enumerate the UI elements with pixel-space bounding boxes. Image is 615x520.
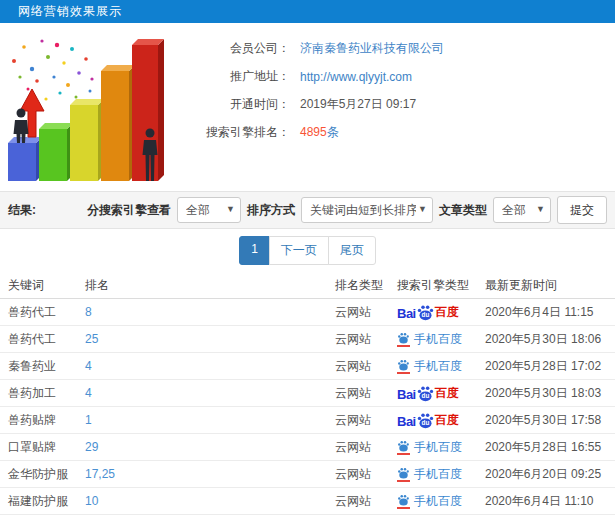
promo-url-link[interactable]: http://www.qlyyjt.com <box>300 70 412 84</box>
baidu-mobile-paw-icon <box>397 494 410 509</box>
rank-link[interactable]: 8 <box>85 305 92 319</box>
table-row: 兽药代工 8 云网站 Bai du 百度 2020年6月4日 11:15 <box>0 299 615 326</box>
table-row: 金华防护服 17,25 云网站 手机百度 2020年6月20日 09:25 <box>0 461 615 488</box>
updated-time-cell: 2020年5月30日 17:58 <box>485 413 601 427</box>
table-row: 兽药贴牌 1 云网站 Bai du 百度 2020年5月30日 17:58 <box>0 407 615 434</box>
sort-filter-select-box: 关键词由短到长排序 ▼ <box>301 197 433 223</box>
engine-type-cell: 手机百度 <box>397 493 485 510</box>
keyword-cell: 秦鲁药业 <box>8 359 56 373</box>
table-row: 口罩贴牌 29 云网站 手机百度 2020年5月28日 16:55 <box>0 434 615 461</box>
col-header-rank-type: 排名类型 <box>335 277 397 294</box>
sort-filter-label: 排序方式 <box>247 202 295 219</box>
rank-link[interactable]: 25 <box>85 332 98 346</box>
baidu-mobile-paw-icon <box>397 359 410 374</box>
engine-rank-label: 搜索引擎排名： <box>172 124 290 141</box>
pagination-row: 1 下一页 尾页 <box>0 229 615 272</box>
member-company-link[interactable]: 济南秦鲁药业科技有限公司 <box>300 40 444 57</box>
results-label: 结果: <box>8 202 36 219</box>
promo-url-row: 推广地址： http://www.qlyyjt.com <box>172 63 602 90</box>
rank-type-cell: 云网站 <box>335 440 371 454</box>
baidu-mobile-paw-icon <box>397 332 410 347</box>
rank-link[interactable]: 29 <box>85 440 98 454</box>
engine-type-cell: Bai du 百度 <box>397 385 485 402</box>
engine-type-cell: 手机百度 <box>397 358 485 375</box>
engine-rank-unit: 条 <box>327 125 339 139</box>
pagination-page-1[interactable]: 1 <box>239 236 270 265</box>
svg-text:du: du <box>421 392 429 399</box>
engine-type-cell: Bai du 百度 <box>397 412 485 429</box>
keyword-cell: 兽药贴牌 <box>8 413 56 427</box>
pagination-next-button[interactable]: 下一页 <box>269 236 329 265</box>
keyword-cell: 兽药代工 <box>8 305 56 319</box>
sort-filter-select[interactable]: 关键词由短到长排序 <box>302 198 432 222</box>
baidu-logo-bai-text: Bai <box>397 306 416 321</box>
updated-time-cell: 2020年5月28日 17:02 <box>485 359 601 373</box>
baidu-logo-bai-text: Bai <box>397 387 416 402</box>
baidu-mobile-badge: 手机百度 <box>397 331 462 348</box>
titlebar: 网络营销效果展示 <box>0 0 615 23</box>
engine-rank-link[interactable]: 4895条 <box>300 124 339 141</box>
member-company-row: 会员公司： 济南秦鲁药业科技有限公司 <box>172 35 602 62</box>
member-company-label: 会员公司： <box>172 40 290 57</box>
baidu-mobile-paw-icon <box>397 467 410 482</box>
pagination: 1 下一页 尾页 <box>239 236 376 265</box>
table-header-row: 关键词 排名 排名类型 搜索引擎类型 最新更新时间 <box>0 272 615 299</box>
hero-section: 会员公司： 济南秦鲁药业科技有限公司 推广地址： http://www.qlyy… <box>0 23 615 191</box>
baidu-mobile-badge: 手机百度 <box>397 493 462 510</box>
submit-button[interactable]: 提交 <box>557 196 607 224</box>
svg-text:du: du <box>421 311 429 318</box>
keyword-cell: 金华防护服 <box>8 467 68 481</box>
filter-controls: 分搜索引擎查看 全部 ▼ 排序方式 关键词由短到长排序 ▼ 文章类型 全部 ▼ … <box>87 196 607 224</box>
keyword-cell: 兽药加工 <box>8 386 56 400</box>
updated-time-cell: 2020年6月4日 11:15 <box>485 305 594 319</box>
article-type-select[interactable]: 全部 <box>494 198 550 222</box>
table-row: 福建防护服 10 云网站 手机百度 2020年6月4日 11:10 <box>0 488 615 515</box>
updated-time-cell: 2020年6月20日 09:25 <box>485 467 601 481</box>
rank-link[interactable]: 17,25 <box>85 467 115 481</box>
baidu-logo-cn-text: 百度 <box>435 304 459 321</box>
engine-rank-count: 4895 <box>300 125 327 139</box>
updated-time-cell: 2020年5月30日 18:06 <box>485 332 601 346</box>
table-row: 手机百度 <box>0 515 615 520</box>
promo-url-label: 推广地址： <box>172 68 290 85</box>
baidu-logo-cn-text: 百度 <box>435 385 459 402</box>
baidu-mobile-label: 手机百度 <box>414 358 462 375</box>
rank-link[interactable]: 4 <box>85 386 92 400</box>
baidu-mobile-label: 手机百度 <box>414 493 462 510</box>
rank-type-cell: 云网站 <box>335 359 371 373</box>
updated-time-cell: 2020年6月4日 11:10 <box>485 494 594 508</box>
col-header-keyword: 关键词 <box>0 277 85 294</box>
opened-time-value: 2019年5月27日 09:17 <box>300 96 416 113</box>
article-type-filter-label: 文章类型 <box>439 202 487 219</box>
rank-type-cell: 云网站 <box>335 332 371 346</box>
rank-type-cell: 云网站 <box>335 494 371 508</box>
col-header-rank: 排名 <box>85 277 335 294</box>
engine-type-cell: Bai du 百度 <box>397 304 485 321</box>
table-row: 兽药加工 4 云网站 Bai du 百度 2020年5月30日 18:03 <box>0 380 615 407</box>
rank-link[interactable]: 10 <box>85 494 98 508</box>
keyword-cell: 兽药代工 <box>8 332 56 346</box>
rank-link[interactable]: 1 <box>85 413 92 427</box>
baidu-mobile-paw-icon <box>397 440 410 455</box>
marketing-chart-illustration <box>2 29 174 189</box>
keyword-cell: 福建防护服 <box>8 494 68 508</box>
table-row: 兽药代工 25 云网站 手机百度 2020年5月30日 18:06 <box>0 326 615 353</box>
confetti-dots <box>12 39 94 100</box>
rank-link[interactable]: 4 <box>85 359 92 373</box>
baidu-mobile-label: 手机百度 <box>414 466 462 483</box>
updated-time-cell: 2020年5月28日 16:55 <box>485 440 601 454</box>
engine-type-cell: 手机百度 <box>397 466 485 483</box>
engine-type-cell: 手机百度 <box>397 331 485 348</box>
table-row: 秦鲁药业 4 云网站 手机百度 2020年5月28日 17:02 <box>0 353 615 380</box>
pagination-last-button[interactable]: 尾页 <box>328 236 376 265</box>
opened-time-row: 开通时间： 2019年5月27日 09:17 <box>172 91 602 118</box>
engine-filter-select[interactable]: 全部 <box>178 198 240 222</box>
baidu-logo: Bai du 百度 <box>397 304 459 321</box>
engine-rank-row: 搜索引擎排名： 4895条 <box>172 119 602 146</box>
baidu-logo-cn-text: 百度 <box>435 412 459 429</box>
col-header-updated: 最新更新时间 <box>485 277 615 294</box>
col-header-engine-type: 搜索引擎类型 <box>397 277 485 294</box>
keyword-cell: 口罩贴牌 <box>8 440 56 454</box>
baidu-logo: Bai du 百度 <box>397 385 459 402</box>
keyword-ranking-table: 关键词 排名 排名类型 搜索引擎类型 最新更新时间 兽药代工 8 云网站 Bai… <box>0 272 615 520</box>
